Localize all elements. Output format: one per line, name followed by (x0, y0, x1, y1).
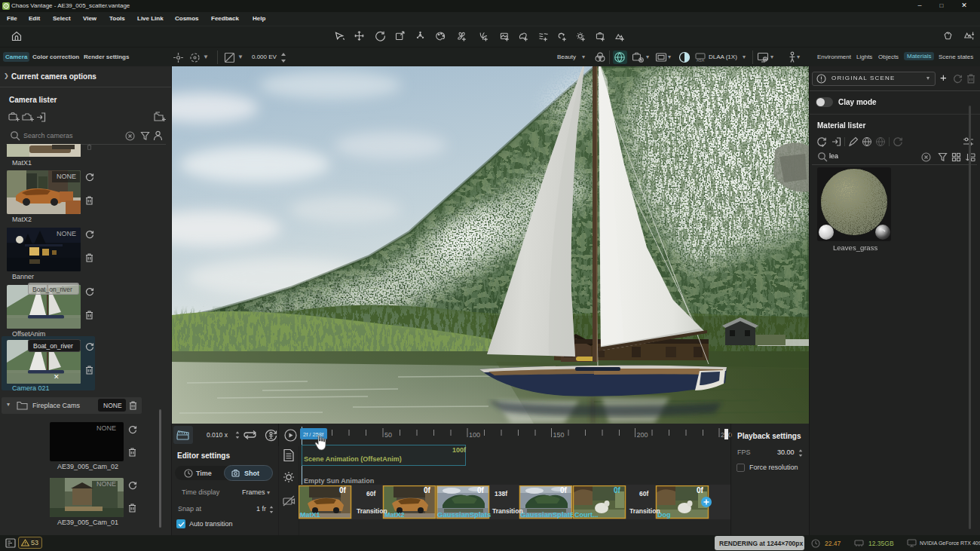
svg-text:MatX2: MatX2 (384, 511, 405, 519)
svg-text:0f: 0f (614, 486, 621, 494)
svg-text:GaussianSplatEn: GaussianSplatEn (520, 510, 579, 519)
svg-text:ASA: ASA (697, 58, 705, 63)
svg-text:50: 50 (384, 431, 392, 439)
svg-text:150: 150 (553, 431, 565, 439)
svg-text:0f: 0f (424, 486, 431, 494)
svg-text:0f: 0f (697, 486, 704, 494)
svg-text:MatX1: MatX1 (300, 511, 320, 519)
svg-text:0f: 0f (560, 486, 568, 494)
svg-text:Court...: Court... (574, 511, 599, 519)
svg-text:100: 100 (469, 431, 480, 439)
svg-text:0f: 0f (339, 486, 347, 494)
svg-text:200: 200 (637, 431, 648, 439)
svg-text:0f: 0f (477, 486, 485, 494)
svg-text:GaussianSplats: GaussianSplats (437, 510, 491, 519)
